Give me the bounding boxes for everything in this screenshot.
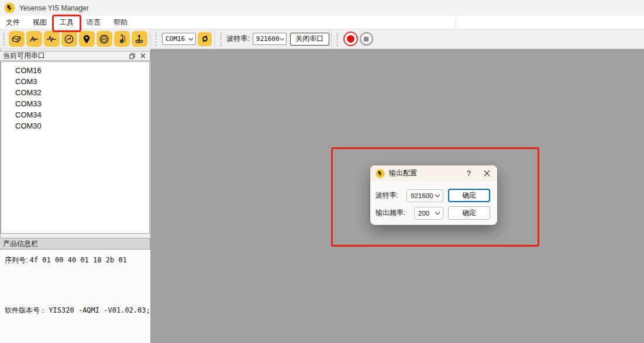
close-icon[interactable]: [484, 170, 490, 176]
software-version-label: 软件版本号：: [5, 306, 47, 314]
product-info-body: 序列号: 4f 01 00 40 01 18 2b 01 软件版本号： YIS3…: [0, 250, 150, 343]
serial-number-label: 序列号:: [5, 256, 27, 264]
gauge-icon[interactable]: [61, 31, 77, 47]
dialog-baud-select[interactable]: 921600: [407, 189, 443, 202]
menu-file[interactable]: 文件: [0, 15, 26, 30]
software-version-value: YIS320 -AQMI -V01.02.03;: [49, 306, 150, 314]
gyro-level-icon[interactable]: [132, 31, 147, 47]
dialog-baud-label: 波特率:: [376, 190, 398, 200]
close-panel-icon[interactable]: [140, 53, 146, 58]
app-logo-icon: [376, 169, 385, 178]
serial-port-list: COM16 COM3 COM32 COM33 COM34 COM30: [1, 61, 150, 234]
menu-language[interactable]: 语言: [81, 15, 106, 30]
record-dot-icon: [347, 35, 354, 43]
baud-select[interactable]: 921600: [253, 33, 287, 45]
toolbar-grip[interactable]: [219, 32, 222, 46]
toolbar-separator: [215, 31, 215, 47]
app-logo-icon: [4, 2, 15, 13]
dialog-help-button[interactable]: ?: [464, 169, 473, 178]
serial-ports-panel-header: 当前可用串口: [0, 51, 150, 61]
output-config-dialog: 输出配置 ? 波特率: 921600 确定 输出频率: 200: [370, 165, 497, 225]
dialog-output-rate-select[interactable]: 200: [414, 207, 443, 220]
stop-square-icon: [364, 37, 369, 41]
location-pin-icon[interactable]: [79, 31, 95, 47]
chevron-down-icon: [188, 37, 194, 41]
refresh-ports-button[interactable]: [198, 32, 212, 46]
toolbar-separator: [331, 31, 332, 47]
svg-text:UTC: UTC: [102, 37, 107, 40]
titlebar: Yesense YIS Manager: [0, 0, 644, 16]
list-item[interactable]: COM30: [1, 120, 149, 131]
toolbar-separator: [150, 31, 150, 47]
dialog-body: 波特率: 921600 确定 输出频率: 200 确定: [370, 181, 497, 220]
waveform-chart-icon[interactable]: [26, 31, 42, 47]
list-item[interactable]: COM34: [1, 109, 149, 120]
chevron-down-icon: [280, 37, 284, 41]
close-serial-button[interactable]: 关闭串口: [290, 33, 329, 46]
float-panel-icon[interactable]: [129, 53, 135, 59]
menubar-divider: [456, 18, 456, 27]
pulse-wave-icon[interactable]: [44, 31, 60, 47]
app-window: Yesense YIS Manager 文件 视图 工具 语言 帮助: [0, 0, 644, 343]
toolbar-grip[interactable]: [336, 32, 339, 46]
cube-3d-icon[interactable]: [9, 31, 25, 47]
list-item[interactable]: COM33: [1, 98, 149, 109]
menu-help[interactable]: 帮助: [108, 15, 133, 30]
serial-ports-panel-title: 当前可用串口: [3, 51, 45, 61]
chevron-down-icon: [435, 194, 440, 198]
baud-rate-row: 波特率: 921600 确定: [376, 189, 490, 202]
serial-number-row: 序列号: 4f 01 00 40 01 18 2b 01: [5, 255, 127, 265]
menu-tools[interactable]: 工具: [54, 15, 80, 30]
output-rate-row: 输出频率: 200 确定: [376, 206, 490, 220]
record-button[interactable]: [343, 32, 358, 46]
menubar: 文件 视图 工具 语言 帮助: [0, 16, 644, 29]
menu-view[interactable]: 视图: [27, 15, 53, 30]
toolbar-grip[interactable]: [154, 32, 157, 46]
dialog-output-rate-label: 输出频率:: [376, 208, 405, 218]
chevron-down-icon: [435, 212, 440, 215]
port-select[interactable]: COM16: [162, 33, 196, 45]
product-info-title: 产品信息栏: [3, 239, 38, 249]
confirm-output-rate-button[interactable]: 确定: [448, 206, 490, 220]
dialog-title: 输出配置: [389, 168, 417, 178]
stop-button[interactable]: [360, 32, 373, 46]
thermometer-icon[interactable]: [114, 31, 130, 47]
toolbar-grip[interactable]: [2, 32, 5, 46]
list-item[interactable]: COM3: [1, 76, 149, 87]
window-title: Yesense YIS Manager: [19, 4, 89, 12]
list-item[interactable]: COM32: [1, 87, 149, 98]
list-item[interactable]: COM16: [1, 65, 149, 76]
baud-rate-label: 波特率:: [227, 34, 250, 44]
serial-number-value: 4f 01 00 40 01 18 2b 01: [30, 256, 127, 264]
confirm-baud-button[interactable]: 确定: [448, 189, 490, 202]
dialog-titlebar: 输出配置 ?: [370, 165, 497, 181]
toolbar: UTC COM16: [0, 29, 644, 49]
utc-clock-icon[interactable]: UTC: [97, 31, 112, 47]
software-version-row: 软件版本号： YIS320 -AQMI -V01.02.03;: [5, 306, 150, 316]
product-info-header: 产品信息栏: [0, 238, 150, 250]
